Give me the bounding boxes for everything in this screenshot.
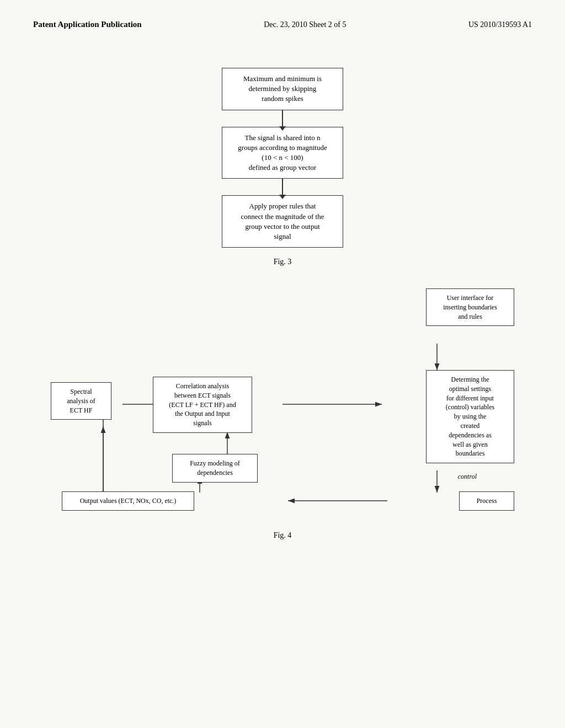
control-label: control (458, 473, 477, 481)
process-box: Process (459, 491, 514, 511)
fig3-flowchart: Maximum and minimum isdetermined by skip… (222, 68, 343, 248)
user-interface-box: User interface forinserting boundariesan… (426, 288, 514, 326)
publication-label: Patent Application Publication (33, 20, 142, 29)
output-box: Output values (ECT, NOx, CO, etc.) (62, 491, 194, 511)
fuzzy-box: Fuzzy modeling ofdependencies (172, 454, 258, 483)
patent-number-label: US 2010/319593 A1 (468, 20, 532, 29)
fig3-section: Maximum and minimum isdetermined by skip… (33, 68, 532, 266)
main-content: Maximum and minimum isdetermined by skip… (0, 40, 565, 556)
flow-box-2: The signal is shared into ngroups accord… (222, 127, 343, 179)
arrow-2 (282, 179, 283, 195)
flow-box-3: Apply proper rules thatconnect the magni… (222, 195, 343, 248)
fig4-diagram: User interface forinserting boundariesan… (51, 288, 514, 520)
fig3-caption: Fig. 3 (274, 258, 292, 266)
flow-box-1: Maximum and minimum isdetermined by skip… (222, 68, 343, 110)
spectral-box: Spectralanalysis ofECT HF (51, 382, 111, 420)
fig4-section: User interface forinserting boundariesan… (33, 288, 532, 540)
date-sheet-label: Dec. 23, 2010 Sheet 2 of 5 (264, 20, 346, 29)
correlation-box: Correlation analysisbetween ECT signals(… (153, 377, 252, 433)
page-header: Patent Application Publication Dec. 23, … (0, 0, 565, 40)
determining-box: Determing theoptimal settingsfor differe… (426, 370, 514, 463)
arrow-1 (282, 110, 283, 127)
page: Patent Application Publication Dec. 23, … (0, 0, 565, 728)
fig4-caption: Fig. 4 (33, 531, 532, 540)
